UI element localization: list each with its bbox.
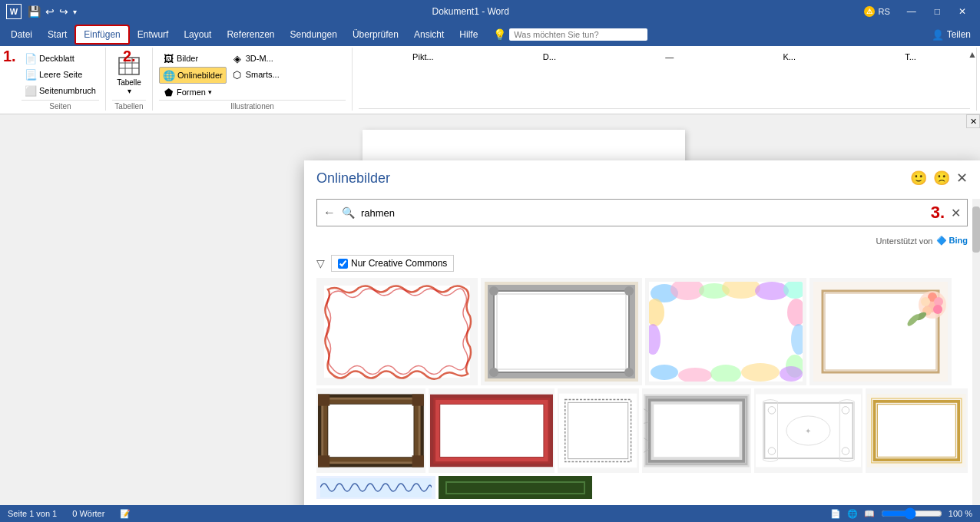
extra-btn2[interactable]: D... <box>540 51 559 63</box>
leere-seite-icon: 📃 <box>25 68 37 81</box>
ribbon-collapse-btn[interactable]: ▲ <box>968 49 977 60</box>
modal-header-icons: 🙂 🙁 ✕ <box>910 170 968 187</box>
menu-item-einfuegen[interactable]: Einfügen <box>74 25 129 45</box>
modal-title: Onlinebilder <box>316 170 390 187</box>
image-thumb-11[interactable] <box>316 476 435 499</box>
svg-rect-5 <box>324 286 470 378</box>
badge-2: 2. <box>123 48 136 65</box>
svg-point-12 <box>624 286 634 296</box>
extra-btn3[interactable]: — <box>662 51 677 63</box>
menu-item-layout[interactable]: Layout <box>176 26 219 43</box>
images-row-3 <box>316 476 968 499</box>
menu-item-ueberpruefen[interactable]: Überprüfen <box>345 26 406 43</box>
bilder-icon: 🖼 <box>162 52 174 64</box>
deckblatt-icon: 📄 <box>25 52 37 64</box>
ribbon: 1. 📄 Deckblatt 📃 Leere Seite ⬜ Seitenumb… <box>0 46 980 114</box>
svg-rect-56 <box>440 405 543 457</box>
menu-item-entwurf[interactable]: Entwurf <box>130 26 177 43</box>
extra-btn4[interactable]: K... <box>780 51 799 63</box>
modal-close-button[interactable]: ✕ <box>956 170 968 187</box>
search-row: ← 🔍 3. ✕ <box>316 199 968 226</box>
ribbon-group-illustrationen: 2. 🖼 Bilder 🌐 Onlinebilder ⬟ Formen ▾ <box>153 48 353 111</box>
leere-seite-button[interactable]: 📃 Leere Seite <box>22 67 99 82</box>
3dm-button[interactable]: ◈ 3D-M... <box>228 51 283 66</box>
save-icon[interactable]: 💾 <box>28 5 41 18</box>
seiten-buttons: 📄 Deckblatt 📃 Leere Seite ⬜ Seitenumbruc… <box>22 48 99 100</box>
svg-rect-53 <box>318 455 329 467</box>
word-count: 0 Wörter <box>72 509 104 518</box>
maximize-button[interactable]: □ <box>927 0 948 23</box>
sad-emoji-button[interactable]: 🙁 <box>933 170 950 187</box>
menu-item-start[interactable]: Start <box>40 26 74 43</box>
share-button[interactable]: 👤 Teilen <box>925 26 977 44</box>
status-right: 📄 🌐 📖 100 % <box>830 507 972 520</box>
page-status: Seite 1 von 1 <box>8 509 57 518</box>
image-thumb-3[interactable] <box>645 278 806 385</box>
search-clear-button[interactable]: ✕ <box>951 206 961 220</box>
svg-point-29 <box>651 365 678 380</box>
seitenumbruch-icon: ⬜ <box>25 84 37 97</box>
badge-1: 1. <box>3 48 16 65</box>
happy-emoji-button[interactable]: 🙂 <box>910 170 927 187</box>
badge-3: 3. <box>931 203 945 223</box>
image-thumb-1[interactable] <box>316 278 478 385</box>
onlinebilder-icon: 🌐 <box>163 69 175 81</box>
view-read-icon[interactable]: 📖 <box>864 509 875 519</box>
svg-point-42 <box>933 305 942 314</box>
image-thumb-12[interactable] <box>439 476 592 499</box>
view-normal-icon[interactable]: 📄 <box>830 509 841 519</box>
bing-credit: Unterstützt von 🔷 Bing <box>304 233 980 249</box>
creative-commons-filter[interactable]: Nur Creative Commons <box>331 255 454 272</box>
creative-commons-checkbox[interactable] <box>338 259 348 269</box>
search-bar[interactable] <box>509 28 647 41</box>
onlinebilder-button[interactable]: 🌐 Onlinebilder <box>159 67 227 84</box>
image-thumb-6[interactable] <box>429 388 555 473</box>
zoom-slider[interactable] <box>881 507 942 520</box>
deckblatt-button[interactable]: 📄 Deckblatt <box>22 51 99 66</box>
minimize-button[interactable]: — <box>899 0 924 23</box>
extra-btn5[interactable]: T... <box>902 51 919 63</box>
menu-item-ansicht[interactable]: Ansicht <box>406 26 452 43</box>
zoom-level: 100 % <box>949 509 972 518</box>
undo-icon[interactable]: ↩ <box>45 5 55 18</box>
status-bar: Seite 1 von 1 0 Wörter 📝 📄 🌐 📖 100 % <box>0 505 980 522</box>
image-thumb-5[interactable] <box>316 388 425 473</box>
search-back-button[interactable]: ← <box>323 206 336 220</box>
image-thumb-2[interactable] <box>481 278 642 385</box>
images-row-1 <box>316 278 968 385</box>
smarts-button[interactable]: ⬡ Smarts... <box>228 67 283 82</box>
image-thumb-10[interactable] <box>866 388 968 473</box>
image-thumb-8[interactable] <box>642 388 751 473</box>
modal-scrollbar[interactable] <box>972 199 980 522</box>
view-web-icon[interactable]: 🌐 <box>847 509 858 519</box>
svg-rect-84 <box>320 478 432 497</box>
filter-bar: ▽ Nur Creative Commons <box>304 249 980 278</box>
svg-rect-48 <box>328 405 413 457</box>
menu-item-hilfe[interactable]: Hilfe <box>452 26 485 43</box>
redo-icon[interactable]: ↪ <box>59 5 68 18</box>
svg-rect-59 <box>559 394 637 467</box>
close-button[interactable]: ✕ <box>951 0 974 23</box>
illustrationen-buttons: 🖼 Bilder 🌐 Onlinebilder ⬟ Formen ▾ ◈ 3D-… <box>159 48 283 100</box>
image-thumb-4[interactable] <box>809 278 952 385</box>
extra-btn1[interactable]: Pikt... <box>409 51 437 63</box>
panel-close-btn[interactable]: ✕ <box>966 114 980 128</box>
warning-icon: ⚠ <box>864 6 875 17</box>
scrollbar-thumb[interactable] <box>972 206 980 253</box>
menu-item-referenzen[interactable]: Referenzen <box>219 26 282 43</box>
seitenumbruch-button[interactable]: ⬜ Seitenumbruch <box>22 83 99 98</box>
formen-button[interactable]: ⬟ Formen ▾ <box>159 84 227 100</box>
quick-access-toolbar: 💾 ↩ ↪ ▾ <box>28 5 77 18</box>
seiten-col: 📄 Deckblatt 📃 Leere Seite ⬜ Seitenumbruc… <box>22 51 99 98</box>
language-icon: 📝 <box>120 509 131 519</box>
extra-label <box>359 108 970 111</box>
extra-buttons: Pikt... D... — K... T... <box>359 48 970 108</box>
svg-rect-63 <box>654 405 739 457</box>
menu-item-datei[interactable]: Datei <box>3 26 40 43</box>
bilder-button[interactable]: 🖼 Bilder <box>159 51 227 66</box>
menu-item-sendungen[interactable]: Sendungen <box>283 26 345 43</box>
image-thumb-9[interactable]: ✦ <box>754 388 863 473</box>
search-input[interactable] <box>361 207 925 219</box>
formen-icon: ⬟ <box>162 86 174 98</box>
image-thumb-7[interactable] <box>558 388 638 473</box>
